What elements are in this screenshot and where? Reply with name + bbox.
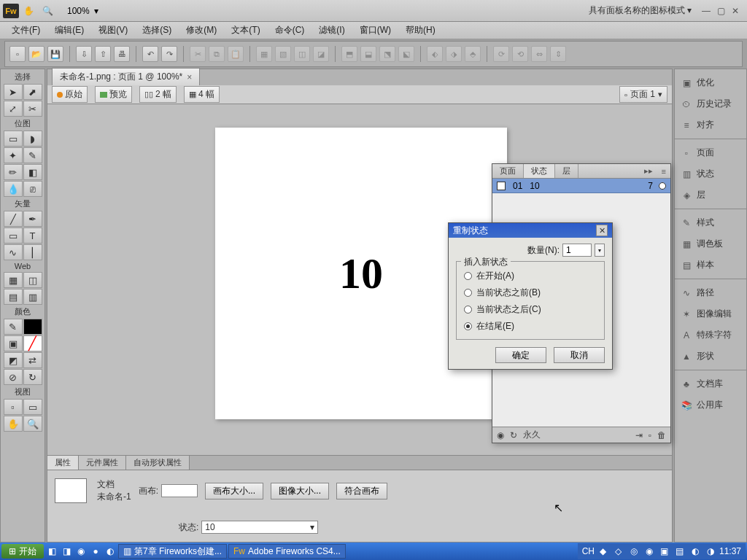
fill-color-icon[interactable]: ▣ — [4, 335, 23, 351]
lang-indicator[interactable]: CH — [582, 546, 595, 556]
menu-modify[interactable]: 修改(M) — [179, 23, 224, 38]
menu-filters[interactable]: 滤镜(I) — [311, 23, 352, 38]
split-icon[interactable]: ◪ — [313, 46, 329, 62]
radio-before[interactable]: 当前状态之前(B) — [464, 284, 597, 301]
swap-colors-icon[interactable]: ⇄ — [23, 352, 42, 368]
canvas-color-swatch[interactable] — [161, 484, 198, 497]
quicklaunch-icon[interactable]: ● — [89, 545, 102, 558]
start-button[interactable]: ⊞ 开始 — [1, 544, 44, 559]
canvas-size-button[interactable]: 画布大小... — [205, 483, 263, 499]
radio-after[interactable]: 当前状态之后(C) — [464, 301, 597, 318]
panel-layers[interactable]: ◈层 — [675, 184, 746, 206]
slice-tool-icon[interactable]: ◫ — [23, 272, 42, 288]
clock[interactable]: 11:37 — [719, 546, 741, 556]
default-colors-icon[interactable]: ◩ — [4, 352, 23, 368]
distribute-icon[interactable]: ⇥ — [635, 430, 643, 440]
freeform-tool-icon[interactable]: ∿ — [4, 244, 23, 260]
stroke-color-icon[interactable]: ✎ — [4, 319, 23, 335]
tray-icon[interactable]: ◇ — [612, 545, 625, 558]
pen-tool-icon[interactable]: ✒ — [23, 211, 42, 227]
normal-view-icon[interactable]: ▫ — [4, 399, 23, 415]
dialog-close-icon[interactable]: ✕ — [596, 225, 608, 236]
rotate-cw-icon[interactable]: ⟳ — [493, 46, 509, 62]
minimize-icon[interactable]: — — [700, 6, 712, 16]
pencil-tool-icon[interactable]: ✏ — [4, 164, 23, 180]
view-4up-button[interactable]: ▦ 4 幅 — [184, 86, 220, 103]
copy-icon[interactable]: ⧉ — [209, 46, 225, 62]
bring-front-icon[interactable]: ⬒ — [341, 46, 357, 62]
panel-states[interactable]: ▥状态 — [675, 163, 746, 184]
no-color-icon[interactable]: ⊘ — [4, 369, 23, 385]
ok-button[interactable]: 确定 — [495, 347, 546, 363]
dialog-titlebar[interactable]: 重制状态 ✕ — [449, 223, 612, 238]
tray-icon[interactable]: ◎ — [627, 545, 640, 558]
flip-v-icon[interactable]: ⇕ — [550, 46, 566, 62]
fit-canvas-button[interactable]: 符合画布 — [336, 483, 387, 499]
new-state-icon[interactable]: ▫ — [649, 430, 651, 440]
menu-window[interactable]: 窗口(W) — [352, 23, 398, 38]
panel-pages[interactable]: ▫页面 — [675, 142, 746, 163]
color-swap-icon[interactable]: ↻ — [23, 369, 42, 385]
tray-icon[interactable]: ▤ — [673, 545, 686, 558]
view-preview-button[interactable]: 预览 — [95, 86, 132, 103]
state-row[interactable]: 01 10 7 — [492, 179, 670, 193]
align-left-icon[interactable]: ⬖ — [427, 46, 443, 62]
panel-optimize[interactable]: ▣优化 — [675, 72, 746, 93]
close-tab-icon[interactable]: × — [187, 72, 192, 82]
knife-tool-icon[interactable]: ⎮ — [23, 244, 42, 260]
fill-swatch[interactable]: ╱ — [23, 335, 42, 351]
marquee-tool-icon[interactable]: ▭ — [4, 131, 23, 147]
tab-pages[interactable]: 页面 — [492, 164, 524, 178]
crop-tool-icon[interactable]: ✂ — [23, 101, 42, 117]
taskbar-item[interactable]: FwAdobe Fireworks CS4... — [228, 544, 346, 559]
group-icon[interactable]: ▦ — [256, 46, 272, 62]
undo-icon[interactable]: ↶ — [142, 46, 158, 62]
tray-icon[interactable]: ◉ — [643, 545, 656, 558]
doc-tab[interactable]: 未命名-1.png : 页面 1 @ 100%* × — [52, 68, 200, 85]
ungroup-icon[interactable]: ▧ — [275, 46, 291, 62]
import-icon[interactable]: ⇩ — [76, 46, 92, 62]
panel-history[interactable]: ⏲历史记录 — [675, 93, 746, 114]
menu-view[interactable]: 视图(V) — [91, 23, 135, 38]
panel-special-chars[interactable]: A特殊字符 — [675, 324, 746, 346]
delete-state-icon[interactable]: 🗑 — [657, 430, 666, 440]
hand-tool-icon[interactable]: ✋ — [22, 4, 35, 18]
panel-common-library[interactable]: 📚公用库 — [675, 394, 746, 416]
new-icon[interactable]: ▫ — [9, 46, 26, 62]
menu-select[interactable]: 选择(S) — [135, 23, 179, 38]
hide-slice-icon[interactable]: ▤ — [4, 289, 23, 305]
quicklaunch-icon[interactable]: ◐ — [104, 545, 117, 558]
join-icon[interactable]: ◫ — [294, 46, 310, 62]
restore-icon[interactable]: ▢ — [715, 6, 727, 16]
lasso-tool-icon[interactable]: ◗ — [23, 131, 42, 147]
tray-icon[interactable]: ◆ — [597, 545, 610, 558]
rotate-ccw-icon[interactable]: ⟲ — [512, 46, 528, 62]
brush-tool-icon[interactable]: ✎ — [23, 147, 42, 163]
quicklaunch-icon[interactable]: ◉ — [74, 545, 88, 558]
wand-tool-icon[interactable]: ✦ — [4, 147, 23, 163]
zoom-icon[interactable]: 🔍 — [23, 416, 42, 432]
radio-end[interactable]: 在结尾(E) — [464, 318, 597, 335]
state-visible-checkbox[interactable] — [497, 182, 506, 190]
page-selector[interactable]: ▫ 页面 1 ▾ — [619, 86, 667, 103]
panel-menu-icon[interactable]: ≡ — [657, 167, 670, 176]
panel-doc-library[interactable]: ♣文档库 — [675, 373, 746, 394]
text-tool-icon[interactable]: T — [23, 228, 42, 244]
menu-edit[interactable]: 编辑(E) — [47, 23, 91, 38]
view-original-button[interactable]: 原始 — [52, 86, 88, 103]
panel-swatches[interactable]: ▦调色板 — [675, 233, 746, 254]
eraser-tool-icon[interactable]: ◧ — [23, 164, 42, 180]
flip-h-icon[interactable]: ⇔ — [531, 46, 547, 62]
radio-begin[interactable]: 在开始(A) — [464, 268, 597, 284]
cancel-button[interactable]: 取消 — [554, 347, 605, 363]
panel-shapes[interactable]: ▲形状 — [675, 346, 746, 367]
tray-icon[interactable]: ◐ — [689, 545, 702, 558]
menu-commands[interactable]: 命令(C) — [268, 23, 312, 38]
zoom-level[interactable]: 100% ▾ — [63, 6, 98, 16]
tray-icon[interactable]: ▣ — [658, 545, 671, 558]
collapse-icon[interactable]: ▸▸ — [640, 166, 657, 176]
line-tool-icon[interactable]: ╱ — [4, 211, 23, 227]
image-size-button[interactable]: 图像大小... — [271, 483, 329, 499]
menu-file[interactable]: 文件(F) — [4, 23, 47, 38]
send-backward-icon[interactable]: ⬕ — [398, 46, 414, 62]
